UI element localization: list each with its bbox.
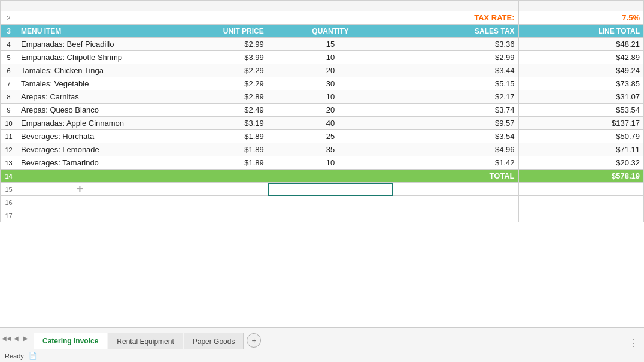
row-4-qty[interactable]: 15: [268, 38, 393, 51]
row-15-e[interactable]: [518, 183, 643, 196]
row-16-b[interactable]: [142, 196, 268, 209]
tabs-more-icon[interactable]: ⋮: [629, 337, 639, 349]
row-12-total[interactable]: $71.11: [518, 143, 643, 156]
table-row[interactable]: 10 Empanadas: Apple Cinnamon $3.19 40 $9…: [1, 117, 644, 130]
table-row[interactable]: 8 Arepas: Carnitas $2.89 10 $2.17 $31.07: [1, 90, 644, 104]
row-5-tax[interactable]: $2.99: [393, 51, 518, 64]
row-9-num: 9: [1, 104, 17, 117]
row-17-e[interactable]: [518, 209, 643, 222]
row-5-total[interactable]: $42.89: [518, 51, 643, 64]
table-row[interactable]: 7 Tamales: Vegetable $2.29 30 $5.15 $73.…: [1, 77, 644, 90]
row-8-qty[interactable]: 10: [268, 90, 393, 104]
tab-catering-invoice[interactable]: Catering Invoice: [34, 333, 107, 349]
row-13-price[interactable]: $1.89: [142, 156, 268, 170]
tax-row-c[interactable]: [268, 11, 393, 25]
row-17-b[interactable]: [142, 209, 268, 222]
row-11-item[interactable]: Beverages: Horchata: [17, 130, 142, 143]
row-4-price[interactable]: $2.99: [142, 38, 268, 51]
row-10-qty[interactable]: 40: [268, 117, 393, 130]
row-16-e[interactable]: [518, 196, 643, 209]
row-16-c[interactable]: [268, 196, 393, 209]
row-17-a[interactable]: [17, 209, 142, 222]
row-9-qty[interactable]: 20: [268, 104, 393, 117]
tab-add-button[interactable]: +: [247, 333, 261, 348]
row-16-d[interactable]: [393, 196, 518, 209]
tab-paper-goods[interactable]: Paper Goods: [184, 333, 244, 349]
row-12-tax[interactable]: $4.96: [393, 143, 518, 156]
row-4-total[interactable]: $48.21: [518, 38, 643, 51]
row-11-total[interactable]: $50.79: [518, 130, 643, 143]
row-16-a[interactable]: [17, 196, 142, 209]
row-7-qty[interactable]: 30: [268, 77, 393, 90]
row-13-num: 13: [1, 156, 17, 170]
row-9-tax[interactable]: $3.74: [393, 104, 518, 117]
row-6-total[interactable]: $49.24: [518, 64, 643, 77]
table-row[interactable]: 5 Empanadas: Chipotle Shrimp $3.99 10 $2…: [1, 51, 644, 64]
row-2-num: 2: [1, 11, 17, 25]
table-row[interactable]: 11 Beverages: Horchata $1.89 25 $3.54 $5…: [1, 130, 644, 143]
table-row[interactable]: 6 Tamales: Chicken Tinga $2.29 20 $3.44 …: [1, 64, 644, 77]
row-10-tax[interactable]: $9.57: [393, 117, 518, 130]
table-row[interactable]: 12 Beverages: Lemonade $1.89 35 $4.96 $7…: [1, 143, 644, 156]
row-12-num: 12: [1, 143, 17, 156]
table-row[interactable]: 9 Arepas: Queso Blanco $2.49 20 $3.74 $5…: [1, 104, 644, 117]
row-8-total[interactable]: $31.07: [518, 90, 643, 104]
row-6-item[interactable]: Tamales: Chicken Tinga: [17, 64, 142, 77]
row-8-price[interactable]: $2.89: [142, 90, 268, 104]
row-15-b[interactable]: [142, 183, 268, 196]
row-6-tax[interactable]: $3.44: [393, 64, 518, 77]
row-8-item[interactable]: Arepas: Carnitas: [17, 90, 142, 104]
row-11-qty[interactable]: 25: [268, 130, 393, 143]
row-9-price[interactable]: $2.49: [142, 104, 268, 117]
row-7-total[interactable]: $73.85: [518, 77, 643, 90]
row-15-num: 15: [1, 183, 17, 196]
row-4-item[interactable]: Empanadas: Beef Picadillo: [17, 38, 142, 51]
tab-arrow-next[interactable]: ▶: [22, 334, 30, 343]
row-4-tax[interactable]: $3.36: [393, 38, 518, 51]
header-sales-tax: SALES TAX: [393, 25, 518, 38]
row-12-item[interactable]: Beverages: Lemonade: [17, 143, 142, 156]
row-7-item[interactable]: Tamales: Vegetable: [17, 77, 142, 90]
corner-cell: [1, 1, 17, 11]
row-17-c[interactable]: [268, 209, 393, 222]
row-13-tax[interactable]: $1.42: [393, 156, 518, 170]
tab-rental-equipment[interactable]: Rental Equipment: [108, 333, 183, 349]
row-7-tax[interactable]: $5.15: [393, 77, 518, 90]
tax-rate-value: 7.5%: [518, 11, 643, 25]
row-15-c-selected[interactable]: [268, 183, 393, 196]
row-7-price[interactable]: $2.29: [142, 77, 268, 90]
row-10-item[interactable]: Empanadas: Apple Cinnamon: [17, 117, 142, 130]
row-15[interactable]: 15 ✛: [1, 183, 644, 196]
row-11-price[interactable]: $1.89: [142, 130, 268, 143]
total-row: 14 TOTAL $578.19: [1, 170, 644, 183]
table-row[interactable]: 13 Beverages: Tamarindo $1.89 10 $1.42 $…: [1, 156, 644, 170]
table-row[interactable]: 4 Empanadas: Beef Picadillo $2.99 15 $3.…: [1, 38, 644, 51]
row-13-item[interactable]: Beverages: Tamarindo: [17, 156, 142, 170]
row-5-item[interactable]: Empanadas: Chipotle Shrimp: [17, 51, 142, 64]
tax-row-a[interactable]: [17, 11, 142, 25]
row-17-d[interactable]: [393, 209, 518, 222]
row-12-price[interactable]: $1.89: [142, 143, 268, 156]
row-6-price[interactable]: $2.29: [142, 64, 268, 77]
col-e-header: [518, 1, 643, 11]
row-6-qty[interactable]: 20: [268, 64, 393, 77]
row-13-qty[interactable]: 10: [268, 156, 393, 170]
row-15-d[interactable]: [393, 183, 518, 196]
tab-arrow-first[interactable]: ◀◀: [2, 334, 11, 343]
row-15-a[interactable]: ✛: [17, 183, 142, 196]
row-13-total[interactable]: $20.32: [518, 156, 643, 170]
row-12-qty[interactable]: 35: [268, 143, 393, 156]
row-11-tax[interactable]: $3.54: [393, 130, 518, 143]
header-unit-price: UNIT PRICE: [142, 25, 268, 38]
row-9-item[interactable]: Arepas: Queso Blanco: [17, 104, 142, 117]
tab-arrow-prev[interactable]: ◀: [12, 334, 20, 343]
row-17[interactable]: 17: [1, 209, 644, 222]
row-5-qty[interactable]: 10: [268, 51, 393, 64]
row-16[interactable]: 16: [1, 196, 644, 209]
row-5-price[interactable]: $3.99: [142, 51, 268, 64]
row-10-total[interactable]: $137.17: [518, 117, 643, 130]
row-10-price[interactable]: $3.19: [142, 117, 268, 130]
row-8-tax[interactable]: $2.17: [393, 90, 518, 104]
row-9-total[interactable]: $53.54: [518, 104, 643, 117]
tax-row-b[interactable]: [142, 11, 268, 25]
